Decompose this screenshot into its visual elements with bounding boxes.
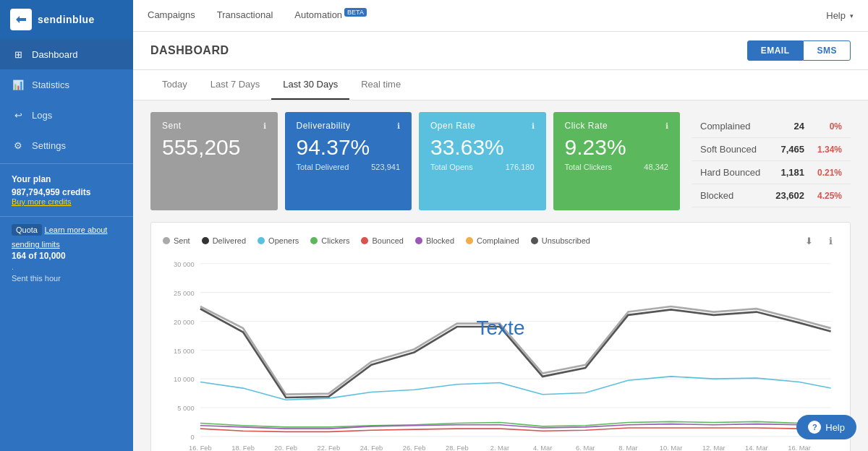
quota-badge: Quota xyxy=(12,224,42,236)
tab-email[interactable]: EMAIL xyxy=(747,40,804,61)
svg-text:6. Mar: 6. Mar xyxy=(576,444,595,451)
stat-card-deliverability-header: Deliverability ℹ xyxy=(297,121,401,131)
svg-text:26. Feb: 26. Feb xyxy=(403,444,426,451)
stat-deliverability-sub-label: Total Delivered xyxy=(297,163,349,171)
legend-clickers-dot xyxy=(310,237,318,244)
sidebar-item-logs-label: Logs xyxy=(32,110,52,121)
chart-download-icon[interactable]: ⬇ xyxy=(801,233,817,249)
svg-text:18. Feb: 18. Feb xyxy=(231,444,255,451)
page-title: DASHBOARD xyxy=(150,44,229,57)
sidebar-item-logs[interactable]: ↩ Logs xyxy=(0,100,133,130)
legend-blocked: Blocked xyxy=(415,236,454,245)
logo-icon xyxy=(10,9,32,30)
svg-text:15 000: 15 000 xyxy=(174,346,195,354)
stat-sent-value: 555,205 xyxy=(162,135,266,160)
stat-card-deliverability: Deliverability ℹ 94.37% Total Delivered … xyxy=(285,112,412,210)
stat-clickrate-title: Click Rate xyxy=(565,121,608,131)
stat-deliverability-info-icon[interactable]: ℹ xyxy=(397,121,400,131)
dashboard-icon: ⊞ xyxy=(12,48,25,61)
tab-sms[interactable]: SMS xyxy=(803,40,851,61)
svg-text:0: 0 xyxy=(190,433,194,441)
tab-realtime[interactable]: Real time xyxy=(349,70,412,100)
stat-sent-title: Sent xyxy=(162,121,182,131)
sidebar-item-settings[interactable]: ⚙ Settings xyxy=(0,130,133,160)
svg-text:10 000: 10 000 xyxy=(174,375,195,383)
svg-text:20. Feb: 20. Feb xyxy=(274,444,297,451)
stat-openrate-sub: Total Opens 176,180 xyxy=(430,163,535,171)
help-bubble[interactable]: ? Help xyxy=(796,415,856,439)
complained-value: 24 xyxy=(772,121,804,132)
plan-section: Your plan 987,794,959 credits Buy more c… xyxy=(0,163,133,216)
chart-info-icon[interactable]: ℹ xyxy=(822,233,838,249)
legend-bounced-dot xyxy=(361,237,368,244)
quota-separator: . xyxy=(12,262,122,271)
softbounced-value: 7,465 xyxy=(772,144,804,155)
hardbounced-value: 1,181 xyxy=(772,167,804,178)
stat-openrate-title: Open Rate xyxy=(430,121,476,131)
blocked-pct: 4.25% xyxy=(813,191,842,201)
logo-text: sendinblue xyxy=(38,14,95,25)
legend-bounced-label: Bounced xyxy=(372,236,403,245)
sidebar-item-statistics[interactable]: 📊 Statistics xyxy=(0,69,133,100)
stat-deliverability-value: 94.37% xyxy=(297,135,401,160)
svg-text:16. Feb: 16. Feb xyxy=(189,444,212,451)
stats-area: Sent ℹ 555,205 Deliverability ℹ 94.37% T… xyxy=(133,100,868,222)
stat-deliverability-sub-value: 523,941 xyxy=(371,163,400,171)
top-navigation: Campaigns Transactional AutomationBETA H… xyxy=(133,0,868,32)
legend-delivered-dot xyxy=(202,237,209,244)
stat-clickrate-info-icon[interactable]: ℹ xyxy=(665,121,668,131)
stats-cards: Sent ℹ 555,205 Deliverability ℹ 94.37% T… xyxy=(150,112,680,210)
date-range-tabs: Today Last 7 Days Last 30 Days Real time xyxy=(133,70,868,100)
sidebar-item-statistics-label: Statistics xyxy=(32,80,69,90)
legend-clickers: Clickers xyxy=(310,236,349,245)
help-dropdown[interactable]: Help ▾ xyxy=(826,10,854,21)
chart-area: Sent Delivered Openers Clickers Bounced xyxy=(150,222,851,451)
stat-card-sent: Sent ℹ 555,205 xyxy=(150,112,278,210)
plan-title: Your plan xyxy=(12,174,122,184)
legend-complained: Complained xyxy=(466,236,519,245)
legend-openers-label: Openers xyxy=(268,236,299,245)
legend-unsubscribed-label: Unsubscribed xyxy=(542,236,590,245)
sent-this-hour: Sent this hour xyxy=(12,274,122,283)
tab-last30days[interactable]: Last 30 Days xyxy=(271,70,349,100)
stat-clickrate-sub: Total Clickers 48,342 xyxy=(565,163,669,171)
right-stat-hardbounced: Hard Bounced 1,181 0.21% xyxy=(692,161,851,184)
stat-card-clickrate-header: Click Rate ℹ xyxy=(565,121,669,131)
right-stat-blocked: Blocked 23,602 4.25% xyxy=(692,184,851,207)
chart-actions: ⬇ ℹ xyxy=(801,233,838,249)
legend-sent-dot xyxy=(163,237,170,244)
legend-unsubscribed: Unsubscribed xyxy=(531,236,590,245)
stat-clickrate-sub-value: 48,342 xyxy=(644,163,668,171)
hardbounced-pct: 0.21% xyxy=(813,168,842,178)
svg-text:8. Mar: 8. Mar xyxy=(618,444,637,451)
topnav-automation[interactable]: AutomationBETA xyxy=(294,0,367,33)
stat-card-sent-header: Sent ℹ xyxy=(162,121,266,131)
stat-openrate-sub-value: 176,180 xyxy=(506,163,535,171)
legend-bounced: Bounced xyxy=(361,236,403,245)
main-chart: 30 000 25 000 20 000 15 000 10 000 5 000… xyxy=(163,256,838,451)
softbounced-pct: 1.34% xyxy=(813,145,842,155)
beta-badge: BETA xyxy=(344,8,367,17)
svg-text:20 000: 20 000 xyxy=(174,318,195,326)
buy-credits-link[interactable]: Buy more credits xyxy=(12,197,122,206)
softbounced-label: Soft Bounced xyxy=(700,144,772,155)
legend-blocked-dot xyxy=(415,237,422,244)
svg-text:14. Mar: 14. Mar xyxy=(745,444,768,451)
svg-text:22. Feb: 22. Feb xyxy=(318,444,341,451)
stat-clickrate-value: 9.23% xyxy=(565,135,669,160)
topnav-transactional[interactable]: Transactional xyxy=(217,0,273,32)
quota-count: 164 of 10,000 xyxy=(12,251,122,261)
tab-today[interactable]: Today xyxy=(150,70,199,100)
svg-text:4. Mar: 4. Mar xyxy=(533,444,552,451)
stat-card-clickrate: Click Rate ℹ 9.23% Total Clickers 48,342 xyxy=(553,112,681,210)
stat-sent-info-icon[interactable]: ℹ xyxy=(263,121,266,131)
tab-last7days[interactable]: Last 7 Days xyxy=(199,70,272,100)
svg-text:16. Mar: 16. Mar xyxy=(788,444,811,451)
stat-openrate-info-icon[interactable]: ℹ xyxy=(532,121,535,131)
sidebar-item-dashboard[interactable]: ⊞ Dashboard xyxy=(0,39,133,69)
complained-pct: 0% xyxy=(813,121,842,132)
svg-text:25 000: 25 000 xyxy=(174,289,195,297)
legend-sent-label: Sent xyxy=(174,236,190,245)
help-bubble-label: Help xyxy=(825,422,845,433)
topnav-campaigns[interactable]: Campaigns xyxy=(148,0,195,32)
